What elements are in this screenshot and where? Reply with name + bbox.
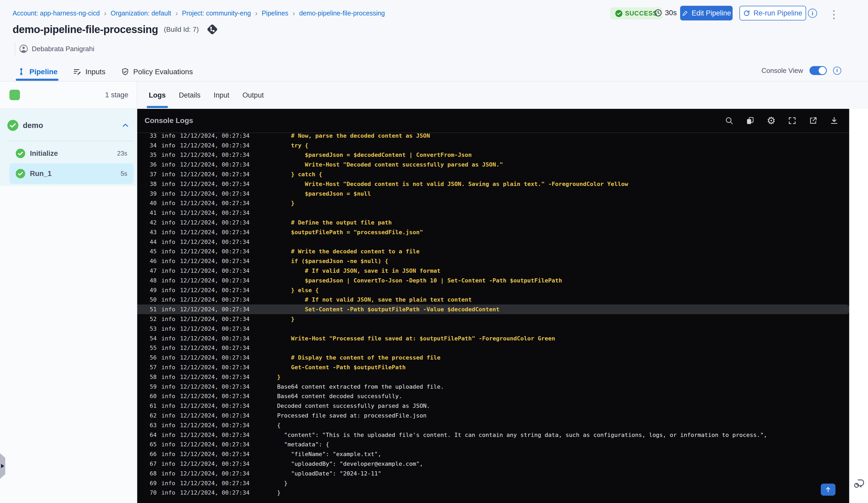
log-row[interactable]: 59 info 12/12/2024, 00:27:34 Base64 cont… [137, 382, 849, 391]
log-row[interactable]: 48 info 12/12/2024, 00:27:34 $parsedJson… [137, 276, 849, 285]
log-row[interactable]: 60 info 12/12/2024, 00:27:34 Base64 cont… [137, 391, 849, 401]
breadcrumb-item[interactable]: Pipelines [262, 9, 288, 17]
right-strip [849, 109, 868, 503]
rerun-info-icon[interactable]: i [808, 9, 817, 18]
git-repo-icon[interactable] [206, 23, 219, 36]
chevron-up-icon[interactable] [122, 122, 130, 129]
tab-inputs[interactable]: Inputs [73, 62, 105, 81]
success-check-icon [16, 169, 25, 178]
expand-panel-handle[interactable] [0, 453, 5, 479]
log-row[interactable]: 36 info 12/12/2024, 00:27:34 Write-Host … [137, 160, 849, 169]
log-row[interactable]: 68 info 12/12/2024, 00:27:34 "uploadDate… [137, 469, 849, 478]
log-lines[interactable]: 33 info 12/12/2024, 00:27:34 # Now, pars… [137, 134, 849, 503]
tab-pipeline[interactable]: Pipeline [17, 62, 58, 81]
console-view-toggle[interactable] [809, 66, 827, 75]
log-row[interactable]: 51 info 12/12/2024, 00:27:34 Set-Content… [137, 304, 849, 314]
log-line-number: 59 [149, 384, 157, 390]
log-message: # Write the decoded content to a file [277, 248, 420, 255]
log-tab-logs[interactable]: Logs [149, 82, 166, 109]
settings-gear-icon[interactable]: ⚙ [767, 116, 776, 125]
edit-pipeline-button[interactable]: Edit Pipeline [680, 6, 733, 20]
page-title: demo-pipeline-file-processing [13, 24, 158, 35]
fullscreen-icon[interactable] [788, 116, 797, 125]
log-row[interactable]: 46 info 12/12/2024, 00:27:34 if ($parsed… [137, 256, 849, 266]
log-row[interactable]: 62 info 12/12/2024, 00:27:34 Processed f… [137, 411, 849, 420]
open-external-icon[interactable] [809, 116, 818, 125]
log-row[interactable]: 69 info 12/12/2024, 00:27:34 } [137, 478, 849, 488]
build-id: (Build Id: 7) [164, 25, 199, 34]
stage-count: 1 stage [105, 91, 128, 99]
log-row[interactable]: 33 info 12/12/2024, 00:27:34 # Now, pars… [137, 134, 849, 140]
breadcrumb-item[interactable]: Organization: default [111, 9, 171, 17]
log-level: info [162, 277, 176, 284]
breadcrumb-item[interactable]: Project: community-eng [182, 9, 251, 17]
step-row[interactable]: Run_1 5s [9, 164, 134, 184]
log-line-number: 57 [149, 364, 157, 370]
log-level: info [162, 364, 176, 370]
log-row[interactable]: 34 info 12/12/2024, 00:27:34 try { [137, 140, 849, 150]
log-timestamp: 12/12/2024, 00:27:34 [180, 480, 249, 486]
log-row[interactable]: 52 info 12/12/2024, 00:27:34 } [137, 314, 849, 324]
log-row[interactable]: 65 info 12/12/2024, 00:27:34 "metadata":… [137, 440, 849, 450]
breadcrumb-item[interactable]: Account: app-harness-ng-cicd [13, 9, 100, 17]
log-message: Base64 content extracted from the upload… [277, 384, 444, 390]
support-chat-icon[interactable] [853, 477, 865, 490]
search-icon[interactable] [725, 116, 734, 125]
log-row[interactable]: 54 info 12/12/2024, 00:27:34 Write-Host … [137, 334, 849, 343]
log-row[interactable]: 55 info 12/12/2024, 00:27:34 [137, 343, 849, 353]
log-row[interactable]: 67 info 12/12/2024, 00:27:34 "uploadedBy… [137, 459, 849, 469]
log-line-number: 60 [149, 393, 157, 399]
log-message: # Now, parse the decoded content as JSON [277, 134, 430, 139]
log-row[interactable]: 45 info 12/12/2024, 00:27:34 # Write the… [137, 247, 849, 256]
log-row[interactable]: 39 info 12/12/2024, 00:27:34 $parsedJson… [137, 189, 849, 199]
log-row[interactable]: 37 info 12/12/2024, 00:27:34 } catch { [137, 169, 849, 179]
log-level: info [162, 384, 176, 390]
breadcrumb-separator: › [175, 10, 178, 17]
log-row[interactable]: 38 info 12/12/2024, 00:27:34 Write-Host … [137, 179, 849, 189]
copy-icon[interactable] [746, 116, 755, 125]
log-level: info [162, 181, 176, 187]
log-line-number: 62 [149, 412, 157, 419]
log-row[interactable]: 40 info 12/12/2024, 00:27:34 } [137, 199, 849, 208]
console-view-control: Console View i [762, 66, 841, 75]
log-row[interactable]: 43 info 12/12/2024, 00:27:34 $outputFile… [137, 227, 849, 237]
log-level: info [162, 480, 176, 486]
breadcrumb-item[interactable]: demo-pipeline-file-processing [299, 9, 385, 17]
log-row[interactable]: 64 info 12/12/2024, 00:27:34 "content": … [137, 430, 849, 440]
log-timestamp: 12/12/2024, 00:27:34 [180, 335, 249, 342]
log-row[interactable]: 47 info 12/12/2024, 00:27:34 # If valid … [137, 266, 849, 276]
console-view-info-icon[interactable]: i [833, 66, 841, 75]
log-row[interactable]: 41 info 12/12/2024, 00:27:34 [137, 208, 849, 218]
log-row[interactable]: 61 info 12/12/2024, 00:27:34 Decoded con… [137, 401, 849, 411]
log-row[interactable]: 50 info 12/12/2024, 00:27:34 # If not va… [137, 295, 849, 305]
log-row[interactable]: 58 info 12/12/2024, 00:27:34 } [137, 372, 849, 382]
play-triangle-icon [1, 464, 4, 468]
step-row[interactable]: Initialize 23s [9, 145, 134, 162]
log-line-number: 46 [149, 258, 157, 264]
log-row[interactable]: 57 info 12/12/2024, 00:27:34 Get-Content… [137, 363, 849, 372]
log-row[interactable]: 56 info 12/12/2024, 00:27:34 # Display t… [137, 353, 849, 363]
log-message: } [277, 374, 280, 380]
tab-policy-evaluations[interactable]: Policy Evaluations [121, 62, 193, 81]
log-row[interactable]: 42 info 12/12/2024, 00:27:34 # Define th… [137, 218, 849, 227]
log-row[interactable]: 53 info 12/12/2024, 00:27:34 [137, 324, 849, 334]
step-name: Run_1 [30, 170, 52, 178]
download-icon[interactable] [830, 116, 839, 125]
log-line-number: 37 [149, 171, 157, 178]
log-timestamp: 12/12/2024, 00:27:34 [180, 171, 249, 178]
log-timestamp: 12/12/2024, 00:27:34 [180, 210, 249, 216]
log-row[interactable]: 49 info 12/12/2024, 00:27:34 } else { [137, 285, 849, 295]
more-options-menu[interactable] [829, 8, 839, 21]
log-row[interactable]: 35 info 12/12/2024, 00:27:34 $parsedJson… [137, 150, 849, 160]
log-tab-output[interactable]: Output [242, 82, 264, 109]
log-row[interactable]: 66 info 12/12/2024, 00:27:34 "fileName":… [137, 449, 849, 459]
log-tab-input[interactable]: Input [214, 82, 229, 109]
stage-row-demo[interactable]: demo [0, 116, 137, 135]
scroll-to-top-button[interactable] [821, 484, 836, 496]
log-tab-details[interactable]: Details [179, 82, 201, 109]
rerun-pipeline-button[interactable]: Re-run Pipeline [740, 6, 806, 20]
log-row[interactable]: 70 info 12/12/2024, 00:27:34 } [137, 488, 849, 497]
log-row[interactable]: 63 info 12/12/2024, 00:27:34 { [137, 420, 849, 430]
log-line-number: 44 [149, 239, 157, 245]
log-row[interactable]: 44 info 12/12/2024, 00:27:34 [137, 237, 849, 247]
